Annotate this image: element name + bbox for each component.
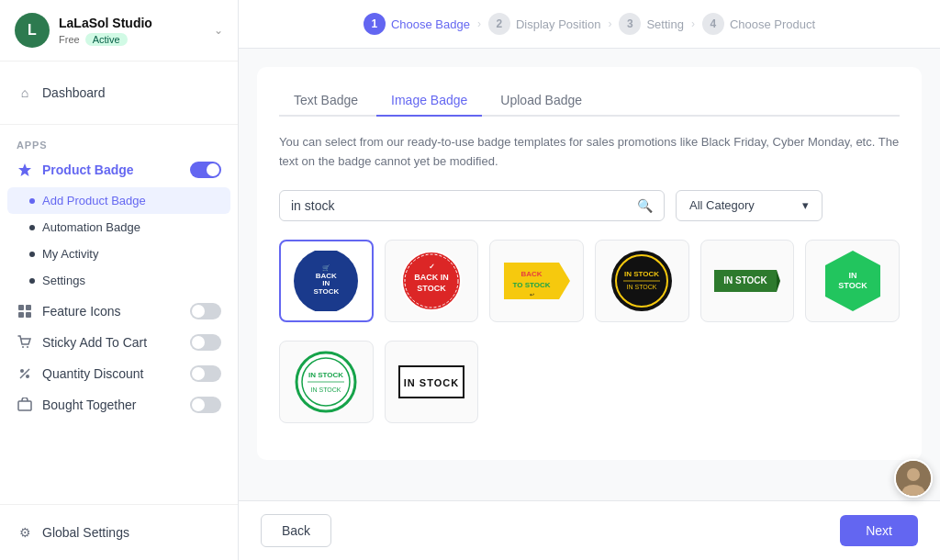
store-name: LaLaSol Studio	[59, 16, 205, 30]
svg-rect-3	[26, 312, 31, 318]
step-3-label: Setting	[646, 17, 683, 31]
step-4-num: 4	[702, 13, 724, 35]
sticky-cart-icon	[17, 334, 33, 351]
category-dropdown[interactable]: All Category ▾	[676, 190, 822, 221]
apps-section-label: APPS	[0, 134, 238, 154]
badge-item-2[interactable]: ✓ BACK IN STOCK	[385, 240, 479, 322]
step-1-num: 1	[364, 13, 386, 35]
svg-point-7	[26, 375, 29, 378]
svg-text:IN STOCK: IN STOCK	[404, 377, 459, 388]
badge-visual-2: ✓ BACK IN STOCK	[399, 250, 464, 312]
chevron-down-icon[interactable]: ⌄	[214, 24, 223, 37]
settings-label: Settings	[42, 274, 85, 287]
tab-upload-badge[interactable]: Upload Badge	[486, 85, 597, 117]
badge-visual-6: IN STOCK	[821, 250, 885, 312]
feature-icons-icon	[17, 303, 33, 319]
badge-visual-7: IN STOCK IN STOCK	[294, 351, 358, 413]
global-settings-label: Global Settings	[42, 525, 129, 540]
step-2: 2 Display Position	[488, 13, 601, 35]
search-row: 🔍 All Category ▾	[279, 190, 900, 221]
product-badge-toggle[interactable]	[190, 162, 221, 178]
sidebar-nav: ⌂ Dashboard	[0, 62, 238, 125]
category-label: All Category	[689, 198, 795, 212]
step-arrow-2: ›	[608, 17, 611, 30]
step-2-num: 2	[488, 13, 510, 35]
back-button[interactable]: Back	[261, 514, 331, 547]
badge-item-7[interactable]: IN STOCK IN STOCK	[279, 341, 374, 423]
badge-preview-3: BACK TO STOCK ↩	[499, 250, 574, 312]
sidebar-item-dashboard-label: Dashboard	[42, 85, 106, 100]
sub-dot-icon	[29, 278, 35, 284]
svg-text:IN STOCK: IN STOCK	[308, 371, 343, 379]
badge-grid-row2: IN STOCK IN STOCK IN STOCK	[279, 341, 900, 423]
sidebar-item-product-badge[interactable]: Product Badge	[0, 154, 238, 185]
tab-text-badge[interactable]: Text Badge	[279, 85, 373, 117]
home-icon: ⌂	[17, 84, 33, 101]
sidebar-item-add-product-badge[interactable]: Add Product Badge	[7, 187, 230, 214]
quantity-discount-icon	[17, 365, 33, 382]
search-input[interactable]	[291, 198, 630, 213]
svg-point-38	[907, 468, 920, 481]
badge-visual-5: IN STOCK	[714, 264, 780, 297]
feature-icons-label: Feature Icons	[42, 304, 121, 319]
sidebar-header: L LaLaSol Studio Free Active ⌄	[0, 0, 238, 62]
badge-visual-4: IN STOCK IN STOCK	[610, 250, 674, 312]
quantity-discount-label: Quantity Discount	[42, 366, 144, 381]
badge-preview-4: IN STOCK IN STOCK	[605, 250, 679, 312]
badge-item-6[interactable]: IN STOCK	[805, 240, 900, 322]
badge-preview-1: 🛒 BACKINSTOCK	[290, 251, 363, 311]
badge-item-5[interactable]: IN STOCK	[700, 240, 795, 322]
svg-point-6	[20, 369, 24, 373]
badge-preview-7: IN STOCK IN STOCK	[289, 351, 364, 413]
step-2-label: Display Position	[516, 17, 601, 31]
badge-preview-8: IN STOCK	[395, 351, 469, 413]
svg-text:↩: ↩	[529, 292, 533, 297]
search-box: 🔍	[279, 190, 665, 221]
sidebar-item-my-activity[interactable]: My Activity	[0, 241, 238, 267]
add-product-badge-label: Add Product Badge	[42, 194, 146, 207]
badge-item-1[interactable]: 🛒 BACKINSTOCK	[279, 240, 374, 322]
content-card: Text Badge Image Badge Upload Badge You …	[257, 67, 922, 460]
sidebar: L LaLaSol Studio Free Active ⌄ ⌂ Dashboa…	[0, 0, 239, 560]
badge-item-8[interactable]: IN STOCK	[385, 341, 479, 423]
sidebar-item-feature-icons[interactable]: Feature Icons	[0, 296, 238, 327]
sub-dot-icon	[29, 252, 35, 257]
svg-text:STOCK: STOCK	[417, 284, 446, 293]
sidebar-footer: ⚙ Global Settings	[0, 504, 238, 560]
sidebar-item-quantity-discount[interactable]: Quantity Discount	[0, 358, 238, 389]
sidebar-item-global-settings[interactable]: ⚙ Global Settings	[0, 516, 238, 549]
svg-text:BACK: BACK	[520, 270, 542, 278]
sidebar-item-settings[interactable]: Settings	[0, 267, 238, 294]
svg-text:STOCK: STOCK	[838, 281, 867, 290]
apps-section: APPS Product Badge Add Product Badge Aut…	[0, 125, 238, 430]
bought-together-label: Bought Together	[42, 398, 137, 412]
product-badge-label: Product Badge	[42, 162, 134, 177]
svg-rect-0	[18, 305, 24, 310]
svg-text:IN STOCK: IN STOCK	[627, 284, 657, 290]
chat-bubble[interactable]	[894, 459, 933, 498]
sidebar-item-bought-together[interactable]: Bought Together	[0, 389, 238, 420]
bought-together-toggle[interactable]	[190, 397, 221, 413]
content-area: Text Badge Image Badge Upload Badge You …	[239, 49, 940, 500]
feature-icons-toggle[interactable]	[190, 303, 221, 319]
badge-item-3[interactable]: BACK TO STOCK ↩	[489, 240, 584, 322]
badge-visual-8: IN STOCK	[398, 365, 464, 398]
svg-text:IN STOCK: IN STOCK	[624, 270, 659, 278]
badge-visual-3: BACK TO STOCK ↩	[504, 253, 570, 308]
svg-text:BACK IN: BACK IN	[414, 273, 449, 282]
quantity-discount-toggle[interactable]	[190, 365, 221, 382]
sidebar-item-automation-badge[interactable]: Automation Badge	[0, 214, 238, 241]
tab-image-badge[interactable]: Image Badge	[376, 85, 482, 117]
gear-icon: ⚙	[17, 524, 33, 541]
store-badges: Free Active	[59, 33, 205, 46]
badge-item-4[interactable]: IN STOCK IN STOCK	[595, 240, 689, 322]
sidebar-item-sticky-cart[interactable]: Sticky Add To Cart	[0, 327, 238, 358]
badge-preview-2: ✓ BACK IN STOCK	[395, 250, 469, 312]
step-3-num: 3	[619, 13, 641, 35]
avatar: L	[15, 13, 50, 48]
my-activity-label: My Activity	[42, 247, 98, 261]
sidebar-item-dashboard[interactable]: ⌂ Dashboard	[0, 76, 238, 109]
sticky-cart-toggle[interactable]	[190, 334, 221, 351]
search-icon: 🔍	[637, 198, 653, 213]
next-button[interactable]: Next	[840, 515, 918, 546]
